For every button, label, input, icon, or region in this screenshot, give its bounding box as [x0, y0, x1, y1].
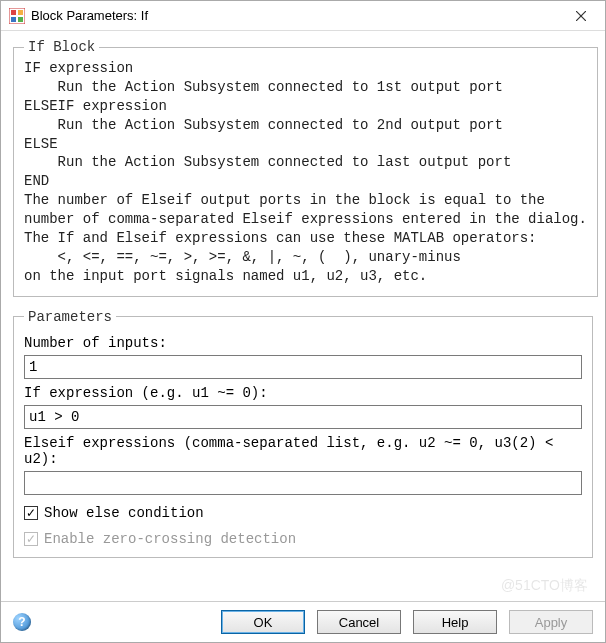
svg-rect-2	[18, 10, 23, 15]
zero-crossing-checkbox: ✓	[24, 532, 38, 546]
if-expr-label: If expression (e.g. u1 ~= 0):	[24, 385, 582, 401]
ok-button[interactable]: OK	[221, 610, 305, 634]
parameters-fieldset: Parameters Number of inputs: If expressi…	[13, 309, 593, 558]
num-inputs-field[interactable]	[24, 355, 582, 379]
close-button[interactable]	[559, 2, 603, 30]
button-bar: ? OK Cancel Help Apply	[1, 601, 605, 642]
elseif-expr-field[interactable]	[24, 471, 582, 495]
if-block-desc-1: Run the Action Subsystem connected to 1s…	[24, 78, 587, 97]
if-block-desc-8: number of comma-separated Elseif express…	[24, 210, 587, 229]
if-block-desc-7: The number of Elseif output ports in the…	[24, 191, 587, 210]
if-block-desc-3: Run the Action Subsystem connected to 2n…	[24, 116, 587, 135]
if-block-desc-0: IF expression	[24, 59, 587, 78]
svg-rect-4	[18, 17, 23, 22]
window-title: Block Parameters: If	[31, 8, 559, 23]
svg-rect-3	[11, 17, 16, 22]
if-block-desc-5: Run the Action Subsystem connected to la…	[24, 153, 587, 172]
show-else-checkbox[interactable]: ✓	[24, 506, 38, 520]
zero-crossing-label: Enable zero-crossing detection	[44, 531, 296, 547]
if-block-desc-6: END	[24, 172, 587, 191]
show-else-label: Show else condition	[44, 505, 204, 521]
if-block-desc-4: ELSE	[24, 135, 587, 154]
zero-crossing-row: ✓ Enable zero-crossing detection	[24, 531, 582, 547]
help-icon[interactable]: ?	[13, 613, 31, 631]
if-block-fieldset: If Block IF expression Run the Action Su…	[13, 39, 598, 297]
parameters-legend: Parameters	[24, 309, 116, 325]
if-block-desc-11: on the input port signals named u1, u2, …	[24, 267, 587, 286]
close-icon	[576, 11, 586, 21]
if-block-desc-2: ELSEIF expression	[24, 97, 587, 116]
titlebar: Block Parameters: If	[1, 1, 605, 31]
if-block-desc-9: The If and Elseif expressions can use th…	[24, 229, 587, 248]
apply-button: Apply	[509, 610, 593, 634]
num-inputs-label: Number of inputs:	[24, 335, 582, 351]
show-else-row[interactable]: ✓ Show else condition	[24, 505, 582, 521]
content-area: If Block IF expression Run the Action Su…	[1, 31, 605, 601]
svg-rect-1	[11, 10, 16, 15]
app-icon	[9, 8, 25, 24]
help-button[interactable]: Help	[413, 610, 497, 634]
if-expr-field[interactable]	[24, 405, 582, 429]
if-block-desc-10: <, <=, ==, ~=, >, >=, &, |, ~, ( ), unar…	[24, 248, 587, 267]
if-block-legend: If Block	[24, 39, 99, 55]
elseif-expr-label: Elseif expressions (comma-separated list…	[24, 435, 582, 467]
cancel-button[interactable]: Cancel	[317, 610, 401, 634]
